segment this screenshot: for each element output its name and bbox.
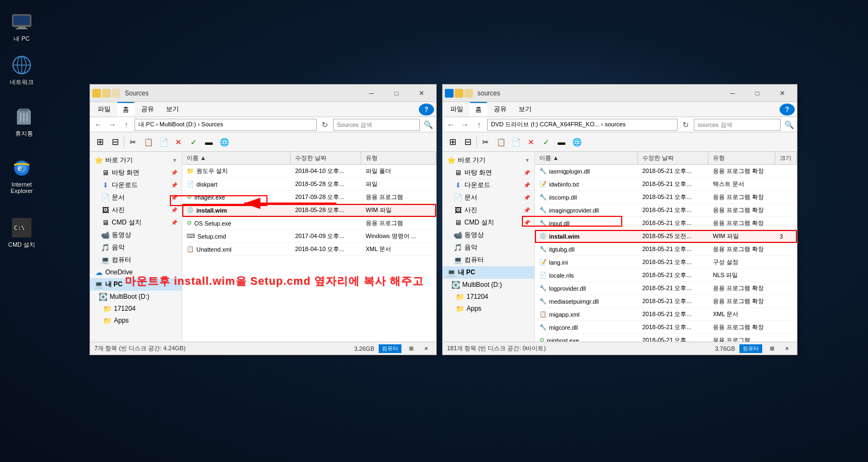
sidebar-item-music-right[interactable]: 🎵 음악 xyxy=(443,241,534,254)
sidebar-item-video-right[interactable]: 📹 동영상 xyxy=(443,229,534,241)
sidebar-item-multiboot-right[interactable]: 💽 MultiBoot (D:) xyxy=(443,279,534,291)
view-small-btn-right[interactable]: ⊟ xyxy=(460,134,475,150)
table-row[interactable]: 💿 install.wim 2018-05-28 오후... WIM 파일 xyxy=(182,204,436,217)
view-small-btn-left[interactable]: ⊟ xyxy=(107,134,123,150)
properties-btn-right[interactable]: ▬ xyxy=(554,134,569,150)
table-row[interactable]: ⚙ mighost.exe 2018-05-21 오후... 응용 프로그램 xyxy=(535,334,797,342)
sidebar-item-171204-right[interactable]: 📁 171204 xyxy=(443,291,534,303)
view-detail-status-right[interactable]: ≡ xyxy=(782,343,793,354)
address-path-right[interactable]: DVD 드라이브 (I:) CCRA_X64FRE_KO... › source… xyxy=(487,119,678,131)
search-input-right[interactable] xyxy=(694,119,781,131)
paste-btn-right[interactable]: 📄 xyxy=(508,134,524,150)
ribbon-tab-share-right[interactable]: 공유 xyxy=(488,102,512,116)
col-type-left[interactable]: 유형 xyxy=(361,152,436,164)
sidebar-item-computer-left[interactable]: 💻 컴퓨터 xyxy=(90,254,182,266)
delete-btn-right[interactable]: ✕ xyxy=(524,134,539,150)
sidebar-item-quickaccess-left[interactable]: ⭐ 바로 가기 ▼ xyxy=(90,154,182,166)
up-btn-right[interactable]: ↑ xyxy=(473,119,485,131)
sidebar-item-video-left[interactable]: 📹 동영상 xyxy=(90,229,182,241)
ribbon-tab-view-left[interactable]: 보기 xyxy=(161,102,184,116)
sidebar-item-photos-left[interactable]: 🖼 사진 📌 xyxy=(90,204,182,216)
table-row[interactable]: 📄 locale.nls 2018-05-21 오후... NLS 파일 xyxy=(535,269,797,282)
table-row[interactable]: 📄 diskpart 2018-05-28 오후... 파일 xyxy=(182,178,436,191)
search-btn-left[interactable]: 🔍 xyxy=(422,119,434,131)
col-name-right[interactable]: 이름 ▲ xyxy=(535,152,638,164)
sidebar-item-mypc-right[interactable]: 💻 내 PC xyxy=(443,266,534,279)
ribbon-tab-file-right[interactable]: 파일 xyxy=(445,102,469,116)
close-btn-left[interactable]: ✕ xyxy=(409,85,434,102)
view-detail-status-left[interactable]: ≡ xyxy=(421,343,432,354)
table-row[interactable]: 🔧 input.dll 2018-05-21 오후... 응용 프로그램 확장 xyxy=(535,217,797,230)
view-large-btn-left[interactable]: ⊞ xyxy=(92,134,107,150)
sidebar-item-mypc-left[interactable]: 💻 내 PC xyxy=(90,278,182,291)
sidebar-item-quickaccess-right[interactable]: ⭐ 바로 가기 ▼ xyxy=(443,154,534,166)
sidebar-item-photos-right[interactable]: 🖼 사진 📌 xyxy=(443,204,534,216)
col-name-left[interactable]: 이름 ▲ xyxy=(182,152,291,164)
delete-btn-left[interactable]: ✕ xyxy=(171,134,186,150)
table-row[interactable]: 🔧 iasmigplugin.dll 2018-05-21 오후... 응용 프… xyxy=(535,165,797,178)
help-btn-right[interactable]: ? xyxy=(780,104,795,116)
scissors-btn-right[interactable]: ✂ xyxy=(478,134,493,150)
maximize-btn-left[interactable]: □ xyxy=(384,85,409,102)
table-row[interactable]: 🔧 mediasetpuimgr.dll 2018-05-21 오후... 응용… xyxy=(535,295,797,308)
desktop-icon-cmd[interactable]: C:\ _ CMD 설치 xyxy=(5,217,38,249)
forward-btn-left[interactable]: → xyxy=(106,119,118,131)
check-btn-right[interactable]: ✓ xyxy=(539,134,554,150)
view-large-status-right[interactable]: ⊞ xyxy=(767,343,777,354)
ribbon-tab-home-left[interactable]: 홈 xyxy=(117,102,135,117)
table-row[interactable]: 🔧 migcore.dll 2018-05-21 오후... 응용 프로그램 확… xyxy=(535,321,797,334)
table-row[interactable]: 🔧 itgtubg.dll 2018-05-21 오후... 응용 프로그램 확… xyxy=(535,243,797,256)
desktop-icon-ie[interactable]: e Internet Explorer xyxy=(5,157,38,194)
ribbon-tab-view-right[interactable]: 보기 xyxy=(513,102,537,116)
back-btn-left[interactable]: ← xyxy=(92,119,104,131)
sidebar-item-multiboot-left[interactable]: 💽 MultiBoot (D:) xyxy=(90,291,182,303)
refresh-btn-right[interactable]: ↻ xyxy=(680,119,692,131)
refresh-btn-left[interactable]: ↻ xyxy=(319,119,331,131)
search-btn-right[interactable]: 🔍 xyxy=(783,119,795,131)
search-input-left[interactable] xyxy=(333,119,420,131)
view-large-btn-right[interactable]: ⊞ xyxy=(445,134,460,150)
table-row[interactable]: 💿 install.wim 2018-05-25 오전... WIM 파일 3 xyxy=(535,230,797,243)
table-row[interactable]: 📋 Unattend.xml 2018-04-10 오후... XML 문서 xyxy=(182,243,436,256)
sidebar-item-download-right[interactable]: ⬇ 다운로드 📌 xyxy=(443,179,534,191)
col-type-right[interactable]: 유형 xyxy=(709,152,775,164)
table-row[interactable]: 📋 migapp.xml 2018-05-21 오후... XML 문서 xyxy=(535,308,797,321)
minimize-btn-right[interactable]: ─ xyxy=(720,85,745,102)
table-row[interactable]: 📝 lang.ini 2018-05-21 오후... 구성 설정 xyxy=(535,256,797,269)
sidebar-item-171204-left[interactable]: 📁 171204 xyxy=(90,303,182,315)
maximize-btn-right[interactable]: □ xyxy=(745,85,770,102)
back-btn-right[interactable]: ← xyxy=(445,119,457,131)
col-date-left[interactable]: 수정한 날짜 xyxy=(291,152,361,164)
paste-btn-left[interactable]: 📄 xyxy=(156,134,171,150)
sidebar-item-computer-right[interactable]: 💻 컴퓨터 xyxy=(443,254,534,266)
table-row[interactable]: 📁 원도우 설치 2018-04-10 오후... 파일 폴더 xyxy=(182,165,436,178)
table-row[interactable]: ⚙ Imagex.exe 2017-09-28 오후... 응용 프로그램 xyxy=(182,191,436,204)
globe-btn-left[interactable]: 🌐 xyxy=(216,134,232,150)
help-btn-left[interactable]: ? xyxy=(419,104,434,116)
view-large-status-left[interactable]: ⊞ xyxy=(406,343,417,354)
desktop-icon-network[interactable]: 네트워크 xyxy=(5,54,38,86)
properties-btn-left[interactable]: ▬ xyxy=(201,134,216,150)
table-row[interactable]: 🔧 logprovider.dll 2018-05-21 오후... 응용 프로… xyxy=(535,282,797,295)
globe-btn-right[interactable]: 🌐 xyxy=(569,134,584,150)
table-row[interactable]: ⌨ Setup.cmd 2017-04-09 오후... Windows 명령어… xyxy=(182,230,436,243)
ribbon-tab-file-left[interactable]: 파일 xyxy=(92,102,116,116)
col-date-right[interactable]: 수정한 날짜 xyxy=(638,152,709,164)
up-btn-left[interactable]: ↑ xyxy=(120,119,132,131)
scissors-btn-left[interactable]: ✂ xyxy=(125,134,141,150)
table-row[interactable]: 📝 idwbinfo.txt 2018-05-21 오후... 텍스트 문서 xyxy=(535,178,797,191)
copy-btn-left[interactable]: 📋 xyxy=(141,134,156,150)
table-row[interactable]: ⚙ OS Setup.exe 응용 프로그램 xyxy=(182,217,436,230)
sidebar-item-cmd-right[interactable]: 🖥 CMD 설치 📌 xyxy=(443,216,534,229)
table-row[interactable]: 🔧 iiscomp.dll 2018-05-21 오후... 응용 프로그램 확… xyxy=(535,191,797,204)
close-btn-right[interactable]: ✕ xyxy=(770,85,795,102)
desktop-icon-recycle[interactable]: 휴지통 xyxy=(8,106,40,138)
sidebar-item-docs-left[interactable]: 📄 문서 📌 xyxy=(90,191,182,204)
sidebar-item-desktop-right[interactable]: 🖥 바탕 화면 📌 xyxy=(443,166,534,179)
forward-btn-right[interactable]: → xyxy=(459,119,471,131)
ribbon-tab-share-left[interactable]: 공유 xyxy=(136,102,159,116)
ribbon-tab-home-right[interactable]: 홈 xyxy=(470,102,487,117)
minimize-btn-left[interactable]: ─ xyxy=(359,85,384,102)
sidebar-item-docs-right[interactable]: 📄 문서 📌 xyxy=(443,191,534,204)
copy-btn-right[interactable]: 📋 xyxy=(493,134,508,150)
